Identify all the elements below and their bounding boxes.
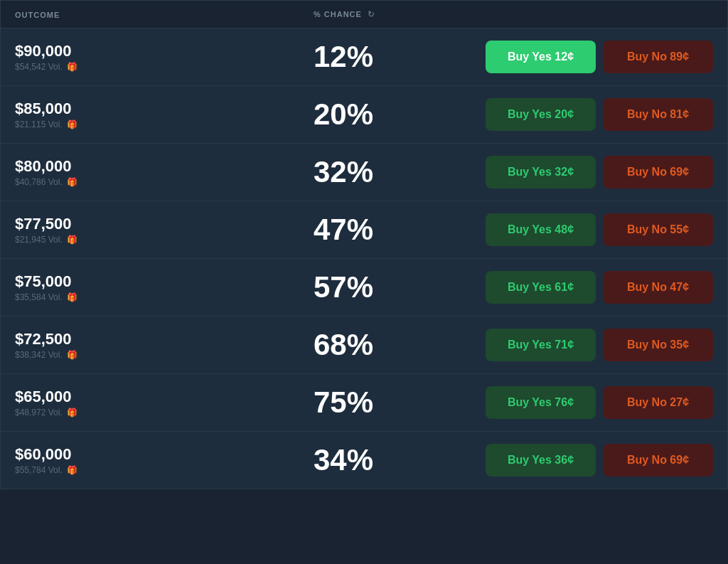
chance-percentage: 34% — [314, 443, 373, 477]
chance-cell: 34% — [314, 443, 457, 477]
buy-yes-button[interactable]: Buy Yes 20¢ — [486, 98, 596, 131]
outcome-cell: $65,000 $48,972 Vol. 🎁 — [15, 388, 314, 417]
action-buttons: Buy Yes 20¢ Buy No 81¢ — [457, 98, 713, 131]
buy-yes-button[interactable]: Buy Yes 12¢ — [486, 41, 596, 73]
volume-text: $55,784 Vol. — [15, 465, 63, 475]
outcome-vol: $21,945 Vol. 🎁 — [15, 235, 314, 245]
table-row: $77,500 $21,945 Vol. 🎁 47% Buy Yes 48¢ B… — [1, 201, 727, 259]
outcome-vol: $38,342 Vol. 🎁 — [15, 350, 314, 360]
buy-yes-button[interactable]: Buy Yes 71¢ — [486, 329, 596, 361]
outcome-cell: $72,500 $38,342 Vol. 🎁 — [15, 330, 314, 360]
outcome-vol: $48,972 Vol. 🎁 — [15, 408, 314, 417]
outcome-amount: $90,000 — [15, 42, 314, 60]
outcome-cell: $90,000 $54,542 Vol. 🎁 — [15, 42, 314, 72]
table-row: $65,000 $48,972 Vol. 🎁 75% Buy Yes 76¢ B… — [1, 374, 727, 432]
rows-container: $90,000 $54,542 Vol. 🎁 12% Buy Yes 12¢ B… — [1, 28, 727, 489]
outcome-vol: $35,584 Vol. 🎁 — [15, 292, 314, 302]
action-buttons: Buy Yes 48¢ Buy No 55¢ — [457, 213, 713, 246]
gift-icon: 🎁 — [67, 350, 77, 360]
outcomes-table: OUTCOME % CHANCE ↻ $90,000 $54,542 Vol. … — [0, 0, 728, 489]
chance-cell: 20% — [314, 97, 457, 132]
chance-col-header: % CHANCE ↻ — [314, 9, 713, 19]
buy-no-button[interactable]: Buy No 27¢ — [603, 386, 713, 419]
volume-text: $40,786 Vol. — [15, 177, 63, 187]
outcome-amount: $60,000 — [15, 445, 314, 464]
chance-cell: 12% — [314, 40, 457, 74]
buy-no-button[interactable]: Buy No 47¢ — [603, 271, 713, 304]
action-buttons: Buy Yes 36¢ Buy No 69¢ — [457, 444, 713, 477]
refresh-icon[interactable]: ↻ — [366, 9, 376, 19]
outcome-vol: $40,786 Vol. 🎁 — [15, 177, 314, 187]
action-buttons: Buy Yes 61¢ Buy No 47¢ — [457, 271, 713, 304]
gift-icon: 🎁 — [67, 292, 77, 302]
outcome-amount: $72,500 — [15, 330, 314, 348]
outcome-label: OUTCOME — [15, 11, 60, 19]
outcome-amount: $65,000 — [15, 388, 314, 406]
chance-percentage: 68% — [314, 328, 373, 362]
gift-icon: 🎁 — [67, 465, 77, 475]
gift-icon: 🎁 — [67, 177, 77, 187]
chance-percentage: 32% — [314, 155, 373, 189]
chance-cell: 57% — [314, 270, 457, 304]
volume-text: $54,542 Vol. — [15, 62, 63, 72]
chance-percentage: 20% — [314, 97, 373, 132]
table-header: OUTCOME % CHANCE ↻ — [1, 1, 727, 28]
buy-no-button[interactable]: Buy No 55¢ — [603, 213, 713, 246]
chance-percentage: 47% — [314, 213, 373, 247]
volume-text: $21,945 Vol. — [15, 235, 63, 245]
gift-icon: 🎁 — [67, 235, 77, 245]
action-buttons: Buy Yes 71¢ Buy No 35¢ — [457, 329, 713, 361]
buy-no-button[interactable]: Buy No 81¢ — [603, 98, 713, 131]
outcome-cell: $77,500 $21,945 Vol. 🎁 — [15, 215, 314, 245]
outcome-col-header: OUTCOME — [15, 8, 314, 21]
outcome-cell: $75,000 $35,584 Vol. 🎁 — [15, 272, 314, 302]
table-row: $60,000 $55,784 Vol. 🎁 34% Buy Yes 36¢ B… — [1, 432, 727, 489]
chance-cell: 32% — [314, 155, 457, 189]
outcome-cell: $85,000 $21,115 Vol. 🎁 — [15, 100, 314, 129]
buy-yes-button[interactable]: Buy Yes 48¢ — [486, 213, 596, 246]
buy-no-button[interactable]: Buy No 69¢ — [603, 444, 713, 477]
buy-yes-button[interactable]: Buy Yes 61¢ — [486, 271, 596, 304]
volume-text: $21,115 Vol. — [15, 119, 63, 129]
action-buttons: Buy Yes 76¢ Buy No 27¢ — [457, 386, 713, 419]
buy-yes-button[interactable]: Buy Yes 32¢ — [486, 156, 596, 188]
table-row: $72,500 $38,342 Vol. 🎁 68% Buy Yes 71¢ B… — [1, 316, 727, 374]
volume-text: $38,342 Vol. — [15, 350, 63, 360]
table-row: $85,000 $21,115 Vol. 🎁 20% Buy Yes 20¢ B… — [1, 86, 727, 144]
outcome-amount: $80,000 — [15, 157, 314, 176]
gift-icon: 🎁 — [67, 408, 77, 417]
chance-cell: 75% — [314, 385, 457, 420]
outcome-vol: $21,115 Vol. 🎁 — [15, 119, 314, 129]
gift-icon: 🎁 — [67, 62, 77, 72]
chance-cell: 47% — [314, 213, 457, 247]
volume-text: $48,972 Vol. — [15, 408, 63, 417]
buy-yes-button[interactable]: Buy Yes 36¢ — [486, 444, 596, 477]
action-buttons: Buy Yes 12¢ Buy No 89¢ — [457, 41, 713, 73]
buy-yes-button[interactable]: Buy Yes 76¢ — [486, 386, 596, 419]
table-row: $75,000 $35,584 Vol. 🎁 57% Buy Yes 61¢ B… — [1, 259, 727, 316]
buy-no-button[interactable]: Buy No 69¢ — [603, 156, 713, 188]
buy-no-button[interactable]: Buy No 89¢ — [603, 41, 713, 73]
outcome-amount: $85,000 — [15, 100, 314, 118]
outcome-vol: $55,784 Vol. 🎁 — [15, 465, 314, 475]
outcome-amount: $77,500 — [15, 215, 314, 233]
outcome-cell: $60,000 $55,784 Vol. 🎁 — [15, 445, 314, 475]
gift-icon: 🎁 — [67, 119, 77, 129]
table-row: $90,000 $54,542 Vol. 🎁 12% Buy Yes 12¢ B… — [1, 28, 727, 86]
outcome-cell: $80,000 $40,786 Vol. 🎁 — [15, 157, 314, 187]
chance-percentage: 75% — [314, 385, 373, 420]
buy-no-button[interactable]: Buy No 35¢ — [603, 329, 713, 361]
table-row: $80,000 $40,786 Vol. 🎁 32% Buy Yes 32¢ B… — [1, 144, 727, 201]
chance-label: % CHANCE — [314, 10, 362, 18]
chance-cell: 68% — [314, 328, 457, 362]
outcome-vol: $54,542 Vol. 🎁 — [15, 62, 314, 72]
chance-percentage: 57% — [314, 270, 373, 304]
volume-text: $35,584 Vol. — [15, 292, 63, 302]
chance-percentage: 12% — [314, 40, 373, 74]
action-buttons: Buy Yes 32¢ Buy No 69¢ — [457, 156, 713, 188]
outcome-amount: $75,000 — [15, 272, 314, 291]
